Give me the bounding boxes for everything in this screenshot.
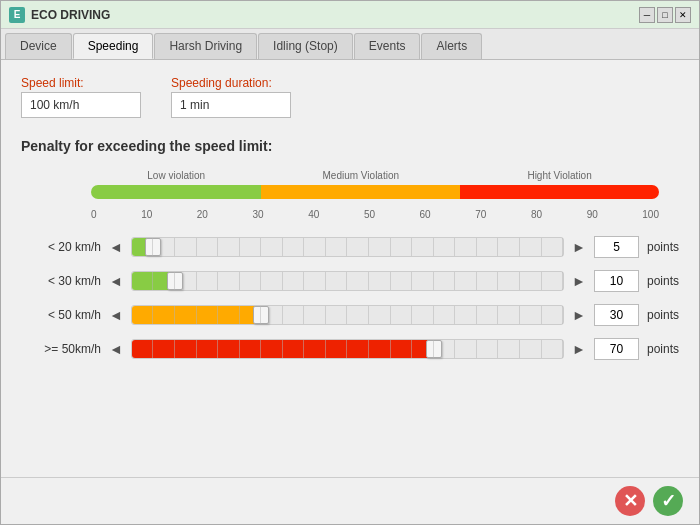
close-button[interactable]: ✕ xyxy=(675,7,691,23)
scale-80: 80 xyxy=(531,209,542,220)
speeding-duration-group: Speeding duration: xyxy=(171,76,291,118)
scale-20: 20 xyxy=(197,209,208,220)
slider-row-1: < 30 km/h ◄ ► points xyxy=(21,270,679,292)
points-input-2[interactable] xyxy=(594,304,639,326)
scale-0: 0 xyxy=(91,209,97,220)
slider-track-0[interactable] xyxy=(131,237,564,257)
slider-left-arrow-2[interactable]: ◄ xyxy=(109,307,123,323)
speeding-duration-label: Speeding duration: xyxy=(171,76,291,90)
tab-bar: Device Speeding Harsh Driving Idling (St… xyxy=(1,29,699,60)
scale-90: 90 xyxy=(587,209,598,220)
window-title: ECO DRIVING xyxy=(31,8,110,22)
slider-right-arrow-1[interactable]: ► xyxy=(572,273,586,289)
slider-label-0: < 20 km/h xyxy=(21,240,101,254)
cancel-button[interactable]: ✕ xyxy=(615,486,645,516)
points-label-2: points xyxy=(647,308,679,322)
form-row: Speed limit: Speeding duration: xyxy=(21,76,679,118)
slider-thumb-1[interactable] xyxy=(167,272,183,290)
scale-40: 40 xyxy=(308,209,319,220)
slider-track-2[interactable] xyxy=(131,305,564,325)
slider-thumb-3[interactable] xyxy=(426,340,442,358)
points-label-0: points xyxy=(647,240,679,254)
section-title: Penalty for exceeding the speed limit: xyxy=(21,138,679,154)
tab-speeding[interactable]: Speeding xyxy=(73,33,154,59)
high-violation-label: Hight Violation xyxy=(460,170,659,181)
gradient-bar-container xyxy=(91,185,659,205)
window-controls: ─ □ ✕ xyxy=(639,7,691,23)
tab-device[interactable]: Device xyxy=(5,33,72,59)
slider-row-3: >= 50km/h ◄ ► points xyxy=(21,338,679,360)
chart-area: Low violation Medium Violation Hight Vio… xyxy=(21,170,679,220)
slider-track-1[interactable] xyxy=(131,271,564,291)
slider-left-arrow-1[interactable]: ◄ xyxy=(109,273,123,289)
minimize-button[interactable]: ─ xyxy=(639,7,655,23)
tab-harsh-driving[interactable]: Harsh Driving xyxy=(154,33,257,59)
title-bar-left: E ECO DRIVING xyxy=(9,7,110,23)
sliders-container: < 20 km/h ◄ ► points < 30 km/h ◄ xyxy=(21,236,679,360)
slider-label-1: < 30 km/h xyxy=(21,274,101,288)
low-violation-label: Low violation xyxy=(91,170,261,181)
points-label-3: points xyxy=(647,342,679,356)
scale-60: 60 xyxy=(420,209,431,220)
slider-right-arrow-2[interactable]: ► xyxy=(572,307,586,323)
maximize-button[interactable]: □ xyxy=(657,7,673,23)
medium-violation-label: Medium Violation xyxy=(261,170,460,181)
title-bar: E ECO DRIVING ─ □ ✕ xyxy=(1,1,699,29)
speed-limit-group: Speed limit: xyxy=(21,76,141,118)
points-input-0[interactable] xyxy=(594,236,639,258)
scale-10: 10 xyxy=(141,209,152,220)
slider-right-arrow-0[interactable]: ► xyxy=(572,239,586,255)
points-label-1: points xyxy=(647,274,679,288)
scale-row: 0 10 20 30 40 50 60 70 80 90 100 xyxy=(91,209,659,220)
slider-track-3[interactable] xyxy=(131,339,564,359)
slider-right-arrow-3[interactable]: ► xyxy=(572,341,586,357)
content-area: Speed limit: Speeding duration: Penalty … xyxy=(1,60,699,477)
slider-label-2: < 50 km/h xyxy=(21,308,101,322)
slider-thumb-2[interactable] xyxy=(253,306,269,324)
scale-70: 70 xyxy=(475,209,486,220)
scale-30: 30 xyxy=(253,209,264,220)
slider-row-2: < 50 km/h ◄ ► points xyxy=(21,304,679,326)
ok-button[interactable]: ✓ xyxy=(653,486,683,516)
gradient-bar xyxy=(91,185,659,199)
speed-limit-label: Speed limit: xyxy=(21,76,141,90)
tab-idling[interactable]: Idling (Stop) xyxy=(258,33,353,59)
slider-thumb-0[interactable] xyxy=(145,238,161,256)
tab-alerts[interactable]: Alerts xyxy=(421,33,482,59)
slider-label-3: >= 50km/h xyxy=(21,342,101,356)
tab-events[interactable]: Events xyxy=(354,33,421,59)
points-input-1[interactable] xyxy=(594,270,639,292)
scale-50: 50 xyxy=(364,209,375,220)
app-icon: E xyxy=(9,7,25,23)
speed-limit-input[interactable] xyxy=(21,92,141,118)
main-window: E ECO DRIVING ─ □ ✕ Device Speeding Hars… xyxy=(0,0,700,525)
slider-left-arrow-0[interactable]: ◄ xyxy=(109,239,123,255)
slider-row-0: < 20 km/h ◄ ► points xyxy=(21,236,679,258)
slider-left-arrow-3[interactable]: ◄ xyxy=(109,341,123,357)
footer: ✕ ✓ xyxy=(1,477,699,524)
points-input-3[interactable] xyxy=(594,338,639,360)
speeding-duration-input[interactable] xyxy=(171,92,291,118)
scale-100: 100 xyxy=(642,209,659,220)
violation-labels: Low violation Medium Violation Hight Vio… xyxy=(91,170,659,181)
